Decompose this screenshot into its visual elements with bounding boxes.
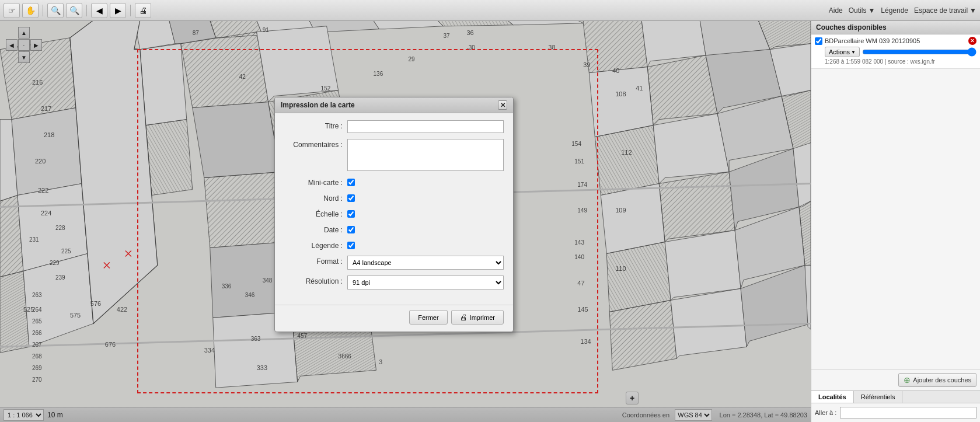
aller-input[interactable] — [840, 407, 976, 418]
titre-label: Titre : — [284, 120, 343, 130]
actions-label: Actions — [829, 48, 850, 55]
legende-row: Légende : — [284, 240, 504, 250]
add-layers-label: Ajouter des couches — [913, 376, 971, 383]
layer-header: BDParcellaire WM 039 20120905 ✕ — [815, 37, 976, 45]
modal-close-btn[interactable]: ✕ — [498, 100, 507, 110]
nord-label: Nord : — [284, 193, 343, 203]
format-row: Format : A4 landscape A4 portrait A3 lan… — [284, 256, 504, 270]
hand-tool-btn[interactable]: ✋ — [22, 3, 39, 18]
modal-footer: Fermer 🖨 Imprimer — [275, 305, 513, 332]
add-layers-button[interactable]: ⊕ Ajouter des couches — [898, 373, 976, 387]
toolbar: ☞ ✋ 🔍 🔍 ◀ ▶ 🖨 Aide Outils ▼ Légende Espa… — [0, 0, 980, 21]
outils-menu[interactable]: Outils ▼ — [849, 6, 876, 15]
prev-extent-btn[interactable]: ◀ — [91, 3, 107, 18]
layer-visibility-checkbox[interactable] — [815, 37, 822, 45]
format-label: Format : — [284, 256, 343, 266]
fermer-button[interactable]: Fermer — [409, 310, 447, 325]
modal-body: Titre : Commentaires : Mini-carte : — [275, 113, 513, 302]
toolbar-right: Aide Outils ▼ Légende Espace de travail … — [829, 6, 976, 15]
echelle-row: Échelle : — [284, 208, 504, 218]
nord-checkbox[interactable] — [347, 194, 355, 202]
next-extent-btn[interactable]: ▶ — [110, 3, 126, 18]
layer-scale-info: 1:268 à 1:559 082 000 | source : wxs.ign… — [815, 57, 976, 66]
resolution-row: Résolution : 91 dpi 150 dpi 300 dpi — [284, 275, 504, 290]
print-dialog: Impression de la carte ✕ Titre : Comment… — [274, 97, 514, 332]
layer-remove-btn[interactable]: ✕ — [968, 37, 976, 45]
resolution-label: Résolution : — [284, 275, 343, 285]
outils-label: Outils — [849, 6, 867, 15]
modal-title: Impression de la carte — [281, 101, 355, 109]
opacity-slider[interactable] — [862, 48, 976, 55]
modal-titlebar: Impression de la carte ✕ — [275, 97, 513, 113]
map-area[interactable]: 216 217 218 220 222 224 231 228 225 229 … — [0, 21, 811, 422]
format-select[interactable]: A4 landscape A4 portrait A3 landscape A3… — [347, 256, 504, 270]
espace-travail-arrow-icon: ▼ — [969, 6, 976, 15]
toolbar-separator-2 — [86, 5, 87, 16]
nord-row: Nord : — [284, 193, 504, 203]
titre-row: Titre : — [284, 120, 504, 133]
modal-overlay: Impression de la carte ✕ Titre : Comment… — [0, 21, 811, 422]
imprimer-button[interactable]: 🖨 Imprimer — [451, 310, 504, 325]
commentaires-label: Commentaires : — [284, 139, 343, 149]
tab-localites[interactable]: Localités — [811, 391, 854, 403]
legende-label: Légende : — [284, 240, 343, 250]
mini-carte-row: Mini-carte : — [284, 177, 504, 187]
panel-spacer — [811, 69, 980, 369]
commentaires-row: Commentaires : — [284, 139, 504, 171]
panel-title: Couches disponibles — [811, 21, 980, 34]
actions-dropdown[interactable]: Actions ▼ — [825, 47, 860, 57]
cursor-tool-btn[interactable]: ☞ — [4, 3, 20, 18]
toolbar-separator-1 — [43, 5, 43, 16]
zoom-out-btn[interactable]: 🔍 — [66, 3, 82, 18]
fermer-label: Fermer — [418, 314, 438, 321]
aller-section: Aller à : — [811, 403, 980, 422]
aide-link[interactable]: Aide — [829, 6, 843, 15]
commentaires-input[interactable] — [347, 139, 504, 171]
bottom-tabs: Localités Référentiels — [811, 390, 980, 403]
titre-input[interactable] — [347, 120, 504, 133]
zoom-in-btn[interactable]: 🔍 — [47, 3, 64, 18]
tab-referentiels[interactable]: Référentiels — [854, 391, 903, 403]
resolution-select[interactable]: 91 dpi 150 dpi 300 dpi — [347, 275, 504, 290]
aller-label: Aller à : — [815, 409, 836, 416]
right-panel: Couches disponibles BDParcellaire WM 039… — [811, 21, 980, 422]
printer-icon: 🖨 — [460, 313, 468, 322]
imprimer-label: Imprimer — [470, 314, 495, 321]
date-checkbox[interactable] — [347, 226, 355, 233]
mini-carte-label: Mini-carte : — [284, 177, 343, 187]
echelle-checkbox[interactable] — [347, 210, 355, 218]
layer-item: BDParcellaire WM 039 20120905 ✕ Actions … — [811, 34, 980, 69]
add-layers-plus-icon: ⊕ — [904, 375, 911, 385]
mini-carte-checkbox[interactable] — [347, 179, 355, 186]
add-layers-section: ⊕ Ajouter des couches — [811, 369, 980, 390]
legende-link[interactable]: Légende — [881, 6, 908, 15]
date-label: Date : — [284, 224, 343, 234]
toolbar-separator-3 — [130, 5, 131, 16]
date-row: Date : — [284, 224, 504, 234]
actions-arrow-icon: ▼ — [851, 50, 856, 55]
main-layout: 216 217 218 220 222 224 231 228 225 229 … — [0, 21, 980, 422]
layer-name: BDParcellaire WM 039 20120905 — [825, 37, 966, 44]
echelle-label: Échelle : — [284, 208, 343, 218]
print-btn[interactable]: 🖨 — [135, 3, 151, 18]
espace-travail-menu[interactable]: Espace de travail ▼ — [914, 6, 976, 15]
legende-checkbox[interactable] — [347, 242, 355, 249]
espace-travail-label: Espace de travail — [914, 6, 968, 15]
outils-arrow-icon: ▼ — [868, 6, 875, 15]
layer-actions-row: Actions ▼ — [815, 47, 976, 57]
